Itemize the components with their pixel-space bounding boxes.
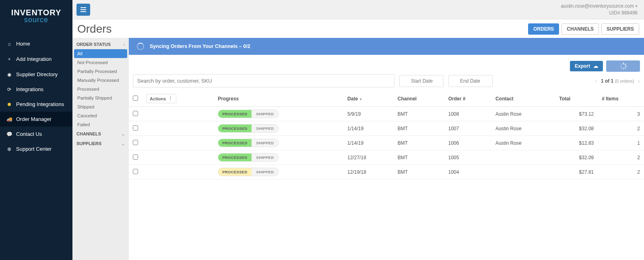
- row-checkbox[interactable]: [133, 111, 138, 116]
- row-checkbox[interactable]: [133, 125, 138, 131]
- tab-suppliers[interactable]: SUPPLIERS: [601, 23, 639, 35]
- col-progress[interactable]: Progress: [214, 91, 343, 107]
- hamburger-icon: [80, 7, 86, 12]
- nav-order-manager[interactable]: 🚚 Order Manager: [0, 112, 72, 127]
- col-channel[interactable]: Channel: [394, 91, 444, 107]
- filter-channels-header[interactable]: CHANNELS ⌄: [72, 129, 129, 139]
- nav-add-integration[interactable]: ＋ Add Integration: [0, 51, 72, 67]
- pill-processed: PROCESSED: [218, 125, 251, 132]
- account-email[interactable]: austin.rose@inventorysource.com ▾: [561, 3, 638, 10]
- cell-items: 1: [598, 136, 644, 150]
- cell-total: $27.81: [555, 165, 598, 179]
- table-row[interactable]: PROCESSED SHIPPED 12/27/18 BMT 1005 $32.…: [129, 150, 644, 165]
- col-contact[interactable]: Contact: [491, 91, 555, 107]
- select-all-checkbox[interactable]: [133, 96, 138, 101]
- table-area: Syncing Orders From Your Channels – 0/2 …: [129, 38, 644, 260]
- sidebar: INVENTORY source ⌂ Home ＋ Add Integratio…: [0, 0, 72, 260]
- topbar: austin.rose@inventorysource.com ▾ UID# 9…: [72, 0, 644, 19]
- cell-items: 2: [598, 150, 644, 165]
- hamburger-button[interactable]: [76, 4, 90, 16]
- page-header: Orders ORDERS CHANNELS SUPPLIERS: [72, 19, 644, 38]
- nav-support-center[interactable]: ⊕ Support Center: [0, 141, 72, 156]
- pill-processed: PROCESSED: [218, 139, 251, 147]
- col-order[interactable]: Order #: [444, 91, 491, 107]
- cell-contact: Austin Rose: [491, 107, 555, 121]
- pill-processed: PROCESSED: [218, 168, 251, 176]
- actions-dropdown[interactable]: Actions ⋮: [146, 94, 176, 103]
- logo: INVENTORY source: [0, 0, 72, 36]
- chevron-down-icon: ⌄: [122, 132, 125, 136]
- tab-channels[interactable]: CHANNELS: [561, 23, 599, 35]
- cell-order: 1004: [444, 165, 491, 179]
- nav-contact-us[interactable]: 💬 Contact Us: [0, 127, 72, 141]
- table-row[interactable]: PROCESSED SHIPPED 1/14/19 BMT 1007 Austi…: [129, 121, 644, 136]
- nav-pending-integrations[interactable]: Pending Integrations: [0, 97, 72, 112]
- filter-status-manually-processed[interactable]: Manually Processed: [72, 76, 129, 85]
- pager-position: 1 of 1: [601, 78, 613, 84]
- page-tabs: ORDERS CHANNELS SUPPLIERS: [528, 23, 639, 35]
- progress-pill: PROCESSED SHIPPED: [218, 124, 279, 133]
- home-icon: ⌂: [6, 41, 12, 47]
- filter-header-label: CHANNELS: [76, 131, 101, 136]
- cell-contact: Austin Rose: [491, 121, 555, 136]
- filter-status-all[interactable]: All: [74, 49, 127, 58]
- tab-orders[interactable]: ORDERS: [528, 23, 559, 35]
- lifering-icon: ⊕: [6, 146, 12, 152]
- row-checkbox[interactable]: [133, 154, 138, 160]
- col-date-label: Date: [347, 96, 358, 102]
- row-checkbox[interactable]: [133, 140, 138, 145]
- progress-pill: PROCESSED SHIPPED: [218, 139, 279, 147]
- nav-label: Integrations: [16, 86, 43, 92]
- pager-next[interactable]: ›: [638, 78, 640, 84]
- email-text: austin.rose@inventorysource.com: [561, 3, 634, 10]
- export-label: Export: [575, 63, 590, 69]
- cell-items: 2: [598, 165, 644, 179]
- col-date[interactable]: Date ▾: [343, 91, 394, 107]
- sync-banner-text: Syncing Orders From Your Channels – 0/2: [150, 44, 250, 49]
- filter-status-shipped[interactable]: Shipped: [72, 102, 129, 111]
- filter-status-canceled[interactable]: Canceled: [72, 111, 129, 120]
- nav-home[interactable]: ⌂ Home: [0, 36, 72, 51]
- cell-order: 1006: [444, 136, 491, 150]
- row-checkbox[interactable]: [133, 169, 138, 174]
- search-input[interactable]: [133, 74, 394, 87]
- cell-channel: BMT: [394, 121, 444, 136]
- cell-channel: BMT: [394, 165, 444, 179]
- export-button[interactable]: Export ☁: [570, 61, 603, 71]
- pill-shipped: SHIPPED: [252, 154, 279, 161]
- filter-status-failed[interactable]: Failed: [72, 120, 129, 129]
- end-date-input[interactable]: [448, 75, 493, 87]
- nav-label: Pending Integrations: [16, 101, 64, 107]
- account-uid: UID# 968496: [561, 10, 638, 17]
- filter-status-not-processed[interactable]: Not Processed: [72, 58, 129, 67]
- col-total[interactable]: Total: [555, 91, 598, 107]
- cell-total: $32.09: [555, 150, 598, 165]
- svg-rect-2: [80, 11, 86, 12]
- nav-supplier-directory[interactable]: ◉ Supplier Directory: [0, 67, 72, 82]
- plus-icon: ＋: [6, 56, 12, 62]
- filter-status-processed[interactable]: Processed: [72, 85, 129, 94]
- cell-order: 1008: [444, 107, 491, 121]
- cell-total: $73.12: [555, 107, 598, 121]
- table-row[interactable]: PROCESSED SHIPPED 12/19/18 BMT 1004 $27.…: [129, 165, 644, 179]
- filter-suppliers-header[interactable]: SUPPLIERS ⌄: [72, 139, 129, 148]
- sync-icon: ⟳: [6, 87, 12, 92]
- col-items[interactable]: # Items: [598, 91, 644, 107]
- cell-date: 5/9/19: [343, 107, 394, 121]
- nav-label: Contact Us: [16, 131, 42, 137]
- svg-rect-0: [80, 7, 86, 8]
- start-date-input[interactable]: [399, 75, 444, 87]
- filter-order-status-header[interactable]: ORDER STATUS ›: [72, 40, 129, 49]
- progress-pill: PROCESSED SHIPPED: [218, 153, 279, 162]
- pager-prev[interactable]: ‹: [595, 78, 597, 84]
- sync-banner: Syncing Orders From Your Channels – 0/2: [129, 38, 644, 55]
- nav-integrations[interactable]: ⟳ Integrations: [0, 82, 72, 97]
- filter-status-partially-shipped[interactable]: Partially Shipped: [72, 94, 129, 102]
- page-title: Orders: [77, 23, 112, 35]
- cell-contact: [491, 165, 555, 179]
- refresh-loading-button[interactable]: [606, 60, 640, 72]
- filter-status-partially-processed[interactable]: Partially Processed: [72, 67, 129, 76]
- cell-channel: BMT: [394, 107, 444, 121]
- table-row[interactable]: PROCESSED SHIPPED 5/9/19 BMT 1008 Austin…: [129, 107, 644, 121]
- table-row[interactable]: PROCESSED SHIPPED 1/14/19 BMT 1006 Austi…: [129, 136, 644, 150]
